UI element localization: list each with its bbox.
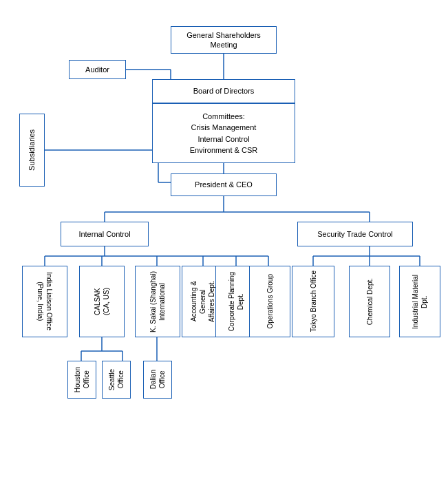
k-sakai-box: K. Sakai (Shanghai)International <box>135 266 180 337</box>
dalian-label: DalianOffice <box>149 370 167 389</box>
operations-box: Operations Group <box>249 266 290 337</box>
general-shareholders-box: General Shareholders Meeting <box>171 26 277 54</box>
board-box: Board of Directors <box>152 79 295 103</box>
board-label: Board of Directors <box>193 86 255 96</box>
chemical-label: Chemical Dept. <box>365 278 374 325</box>
security-trade-box: Security Trade Control <box>297 222 413 246</box>
internal-control-label: Internal Control <box>78 229 130 239</box>
chemical-box: Chemical Dept. <box>349 266 390 337</box>
org-chart: General Shareholders Meeting Auditor Boa… <box>0 0 448 486</box>
seattle-box: SeattleOffice <box>102 361 131 399</box>
calsak-label: CALSAK(CA, US) <box>93 288 111 315</box>
auditor-label: Auditor <box>85 65 109 74</box>
operations-label: Operations Group <box>266 274 275 329</box>
tokyo-box: Tokyo Branch Office <box>292 266 334 337</box>
internal-control-box: Internal Control <box>61 222 149 246</box>
subsidiaries-label: Subsidiaries <box>27 129 36 171</box>
k-sakai-label: K. Sakai (Shanghai)International <box>149 271 167 332</box>
accounting-label: Accounting & GeneralAffaires Dept. <box>189 268 216 335</box>
calsak-box: CALSAK(CA, US) <box>79 266 125 337</box>
india-label: India Liaison Office(Pune, India) <box>36 273 54 331</box>
india-box: India Liaison Office(Pune, India) <box>22 266 67 337</box>
committees-label: Committees:Crisis ManagementInternal Con… <box>190 111 257 156</box>
committees-box: Committees:Crisis ManagementInternal Con… <box>152 103 295 163</box>
general-shareholders-label: General Shareholders Meeting <box>175 30 273 50</box>
subsidiaries-box: Subsidiaries <box>19 114 45 187</box>
dalian-box: DalianOffice <box>143 361 172 399</box>
houston-label: HoustonOffice <box>73 367 91 392</box>
security-trade-label: Security Trade Control <box>317 229 392 239</box>
auditor-box: Auditor <box>69 60 126 79</box>
president-label: President & CEO <box>195 180 253 189</box>
industrial-box: Industrial MaterialDpt. <box>399 266 440 337</box>
corporate-label: Corporate PlanningDept. <box>227 272 245 331</box>
houston-box: HoustonOffice <box>67 361 96 399</box>
tokyo-label: Tokyo Branch Office <box>309 271 318 332</box>
president-box: President & CEO <box>171 173 277 196</box>
seattle-label: SeattleOffice <box>107 369 125 390</box>
industrial-label: Industrial MaterialDpt. <box>411 275 429 329</box>
